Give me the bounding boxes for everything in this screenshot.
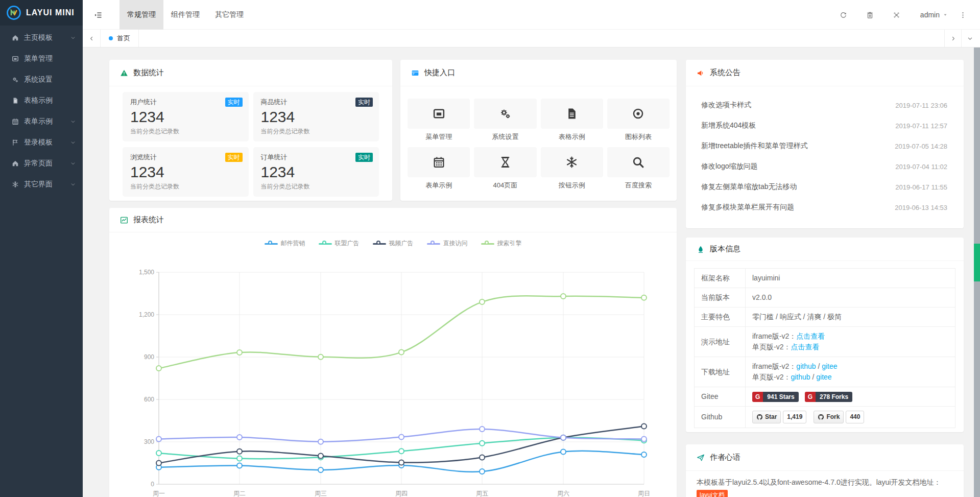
quick-item-表单示例: 表单示例 — [408, 147, 470, 196]
notice-date: 2019-06-17 11:55 — [895, 183, 947, 191]
nav-tab-组件管理[interactable]: 组件管理 — [163, 0, 207, 30]
stat-description: 当前分类总记录数 — [261, 182, 372, 191]
refresh-button[interactable] — [830, 0, 857, 30]
stat-label: 商品统计 — [261, 98, 372, 107]
version-row-value: iframe版-v2：点击查看单页版-v2：点击查看 — [746, 327, 955, 357]
gitee-badge[interactable]: G941 Stars — [752, 392, 799, 402]
link-separator: / — [816, 362, 822, 370]
version-drop-icon — [697, 245, 705, 253]
legend-marker-icon — [427, 241, 440, 247]
svg-text:周六: 周六 — [557, 490, 569, 497]
link-点击查看[interactable]: 点击查看 — [796, 332, 825, 340]
user-menu[interactable]: admin — [920, 11, 948, 19]
header-actions: admin — [830, 0, 980, 30]
stat-label: 用户统计 — [130, 98, 241, 107]
tab-operations-button[interactable] — [961, 30, 978, 47]
quick-tile-百度搜索[interactable] — [607, 147, 670, 177]
dotcircle-icon — [632, 107, 644, 120]
version-row-label: 下载地址 — [695, 357, 746, 387]
quick-label: 按钮示例 — [541, 181, 603, 190]
sidebar-item-表格示例[interactable]: 表格示例 — [0, 90, 83, 111]
active-tab-dot-icon — [109, 36, 113, 40]
tab-scroll-left-button[interactable] — [83, 30, 101, 47]
header: 常规管理组件管理其它管理 admin — [83, 0, 980, 30]
quick-entry-header: 快捷入口 — [400, 60, 677, 86]
quick-entry-grid: 菜单管理系统设置表格示例图标列表表单示例404页面按钮示例百度搜索 — [400, 86, 677, 196]
sidebar-item-其它界面[interactable]: 其它界面 — [0, 174, 83, 195]
vertical-dots-icon — [959, 11, 967, 19]
notice-row[interactable]: 新增treetable插件和菜单管理样式2019-07-05 14:28 — [686, 136, 964, 156]
quick-tile-菜单管理[interactable] — [408, 99, 470, 129]
svg-text:周一: 周一 — [153, 490, 165, 497]
legend-item-直接访问[interactable]: 直接访问 — [427, 239, 468, 248]
github-star-button[interactable]: Star — [752, 411, 781, 423]
sidebar-item-菜单管理[interactable]: 菜单管理 — [0, 48, 83, 69]
quick-tile-系统设置[interactable] — [474, 99, 536, 129]
notice-title: 修改logo缩放问题 — [701, 162, 757, 171]
caret-down-icon — [942, 12, 948, 18]
link-github[interactable]: github — [791, 373, 810, 381]
stat-label: 浏览统计 — [130, 153, 241, 162]
version-row-label: 框架名称 — [695, 269, 746, 288]
sidebar-item-表单示例[interactable]: 表单示例 — [0, 111, 83, 132]
notice-row[interactable]: 修复多模块菜单栏展开有问题2019-06-13 14:53 — [686, 197, 964, 218]
link-gitee[interactable]: gitee — [822, 362, 837, 370]
fullscreen-icon — [893, 11, 900, 19]
github-star-widget[interactable]: Star1,419 — [752, 411, 806, 423]
realtime-badge: 实时 — [355, 98, 373, 107]
legend-item-联盟广告[interactable]: 联盟广告 — [319, 239, 360, 248]
github-button-label: Fork — [826, 412, 840, 422]
legend-item-邮件营销[interactable]: 邮件营销 — [265, 239, 305, 248]
notice-row[interactable]: 修改logo缩放问题2019-07-04 11:02 — [686, 156, 964, 177]
quick-tile-表单示例[interactable] — [408, 147, 470, 177]
gitee-badge[interactable]: G278 Forks — [805, 392, 852, 402]
author-words-body: 本模板基于layui2.5.4以及font-awesome-4.7.0进行实现。… — [686, 471, 964, 497]
nav-tab-常规管理[interactable]: 常规管理 — [119, 0, 163, 30]
more-menu-button[interactable] — [952, 0, 973, 30]
link-github[interactable]: github — [796, 362, 816, 370]
notice-row[interactable]: 修改选项卡样式2019-07-11 23:06 — [686, 95, 964, 115]
svg-text:周四: 周四 — [395, 490, 408, 497]
github-fork-button[interactable]: Fork — [814, 411, 844, 423]
sidebar-item-主页模板[interactable]: 主页模板 — [0, 27, 83, 48]
tab-scroll-right-button[interactable] — [944, 30, 961, 47]
svg-text:1,500: 1,500 — [139, 269, 154, 276]
legend-item-搜索引擎[interactable]: 搜索引擎 — [481, 239, 522, 248]
sidebar-item-登录模板[interactable]: 登录模板 — [0, 132, 83, 153]
main-content: 数据统计 用户统计实时1234当前分类总记录数商品统计实时1234当前分类总记录… — [83, 48, 980, 497]
github-fork-widget[interactable]: Fork440 — [814, 411, 864, 423]
card-title: 系统公告 — [710, 68, 740, 78]
search-icon — [632, 156, 644, 169]
collapse-menu-button[interactable] — [83, 0, 113, 30]
version-row-value: layuimini — [746, 269, 955, 288]
clear-cache-button[interactable] — [857, 0, 883, 30]
page-tab-首页[interactable]: 首页 — [101, 30, 139, 47]
quick-label: 菜单管理 — [408, 132, 470, 141]
refresh-icon — [840, 11, 847, 19]
legend-item-视频广告[interactable]: 视频广告 — [373, 239, 414, 248]
realtime-badge: 实时 — [355, 153, 373, 162]
scrollbar-thumb[interactable] — [974, 244, 980, 281]
notice-date: 2019-07-11 23:06 — [895, 102, 947, 109]
quick-tile-表格示例[interactable] — [541, 99, 603, 129]
stat-description: 当前分类总记录数 — [130, 127, 241, 136]
quick-tile-404页面[interactable] — [474, 147, 536, 177]
notice-title: 新增treetable插件和菜单管理样式 — [701, 141, 807, 151]
notice-row[interactable]: 修复左侧菜单缩放tab无法移动2019-06-17 11:55 — [686, 177, 964, 197]
quick-tile-图标列表[interactable] — [607, 99, 670, 129]
realtime-badge: 实时 — [225, 153, 243, 162]
notice-row[interactable]: 新增系统404模板2019-07-11 12:57 — [686, 115, 964, 136]
link-点击查看[interactable]: 点击查看 — [791, 343, 819, 351]
fullscreen-button[interactable] — [883, 0, 910, 30]
link-gitee[interactable]: gitee — [816, 373, 831, 381]
sidebar-item-label: 主页模板 — [24, 33, 53, 42]
legend-marker-icon — [373, 241, 386, 247]
logo[interactable]: LAYUI MINI — [0, 0, 83, 26]
quick-tile-按钮示例[interactable] — [541, 147, 603, 177]
quick-label: 图标列表 — [607, 132, 670, 141]
nav-tab-其它管理[interactable]: 其它管理 — [207, 0, 251, 30]
sidebar-item-系统设置[interactable]: 系统设置 — [0, 69, 83, 90]
sidebar-item-label: 系统设置 — [24, 75, 53, 84]
layui-doc-badge[interactable]: layui文档 — [697, 490, 728, 497]
sidebar-item-异常页面[interactable]: 异常页面 — [0, 153, 83, 174]
